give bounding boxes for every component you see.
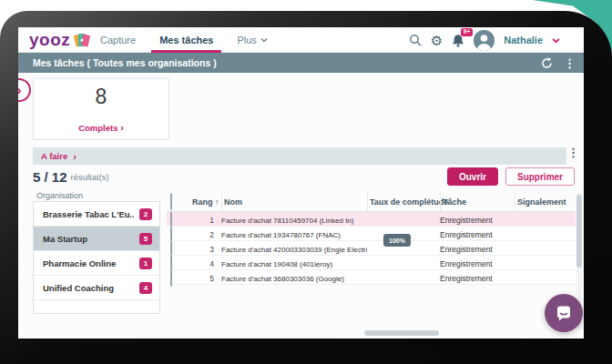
org-name: Pharmacie Online — [43, 258, 134, 268]
chevron-right-icon: › — [18, 83, 21, 97]
app-screen: yooz Capture Mes tâches Plus — [18, 27, 584, 339]
nav-item-capture[interactable]: Capture — [100, 27, 136, 53]
navbar-actions: ⚙ 9+ Nathalie — [409, 27, 560, 53]
results-label: résultat(s) — [71, 172, 109, 182]
user-chevron-down-icon[interactable] — [552, 37, 560, 44]
gear-icon[interactable]: ⚙ — [431, 34, 443, 47]
column-header-flag[interactable]: Signalement — [515, 193, 576, 211]
results-toolbar: 5 / 12 résultat(s) Ouvrir Supprimer — [33, 166, 575, 187]
section-header-a-faire[interactable]: A faire › — [33, 147, 566, 165]
row-task: Enregistrement — [440, 216, 515, 225]
completed-count: 8 — [96, 85, 107, 109]
logo-text: yooz — [29, 29, 70, 51]
avatar[interactable] — [474, 30, 495, 51]
sort-ascending-icon: ↑ — [215, 197, 219, 207]
main-nav: Capture Mes tâches Plus — [100, 27, 268, 53]
table-row[interactable]: 4 Facture d'achat 190408 (401leroy) Enre… — [167, 256, 576, 270]
horizontal-scrollbar-thumb[interactable] — [364, 330, 439, 336]
open-button[interactable]: Ouvrir — [447, 167, 498, 186]
search-icon[interactable] — [409, 34, 422, 46]
column-label: Rang — [192, 197, 213, 207]
org-item-pharmacie[interactable]: Pharmacie Online 1 — [34, 251, 159, 276]
user-name[interactable]: Nathalie — [504, 35, 543, 46]
column-label: Tâche — [443, 197, 466, 207]
page-title-bar: Mes tâches ( Toutes mes organisations ) … — [18, 53, 584, 73]
table-header: Rang ↑ Nom Taux de complétude Tâche Sign… — [167, 193, 576, 212]
org-count-badge: 5 — [139, 233, 152, 245]
nav-label: Capture — [100, 27, 136, 53]
row-name: Facture d'achat 1934780767 (FNAC) — [221, 231, 367, 239]
row-name: Facture d'achat 190408 (401leroy) — [221, 260, 367, 268]
nav-label: Plus — [237, 27, 256, 53]
org-item-brasserie[interactable]: Brasserie Tabac L'Eu... 2 — [34, 202, 159, 227]
chevron-right-icon: › — [73, 151, 76, 162]
org-name: Ma Startup — [43, 234, 134, 244]
row-rank: 4 — [190, 259, 221, 268]
column-label: Nom — [224, 197, 242, 207]
table-row[interactable]: 2 Facture d'achat 1934780767 (FNAC) Enre… — [167, 227, 576, 241]
results-count: 5 / 12 — [33, 169, 67, 185]
row-checkbox[interactable] — [170, 269, 172, 287]
org-name: Unified Coaching — [43, 283, 134, 293]
row-name: Facture d'achat 3680303036 (Google) — [221, 275, 367, 283]
panel-expander-button[interactable]: › — [18, 78, 31, 102]
tasks-table: Rang ↑ Nom Taux de complétude Tâche Sign… — [167, 193, 576, 285]
chevron-right-icon: › — [120, 122, 124, 133]
row-name: Facture d'achat 78110459704 (Linked In) — [221, 217, 367, 225]
column-header-task[interactable]: Tâche — [440, 193, 515, 211]
refresh-icon[interactable] — [541, 57, 553, 69]
row-task: Enregistrement — [440, 230, 515, 239]
row-task: Enregistrement — [440, 274, 515, 283]
table-row[interactable]: 1 Facture d'achat 78110459704 (Linked In… — [167, 212, 576, 227]
completed-link[interactable]: Complets › — [78, 122, 124, 133]
row-task: Enregistrement — [440, 245, 515, 254]
row-task: Enregistrement — [440, 259, 515, 268]
column-header-rank[interactable]: Rang ↑ — [190, 197, 221, 207]
vertical-scrollbar-thumb[interactable] — [576, 195, 582, 268]
row-name: Facture d'achat 420003303039 (Engie Elec… — [221, 246, 367, 254]
top-navbar: yooz Capture Mes tâches Plus — [18, 27, 584, 53]
delete-button[interactable]: Supprimer — [505, 167, 575, 186]
table-row[interactable]: 3 Facture d'achat 420003303039 (Engie El… — [167, 241, 576, 256]
table-row[interactable]: 5 Facture d'achat 3680303036 (Google) En… — [167, 270, 576, 285]
org-name: Brasserie Tabac L'Eu... — [43, 209, 134, 219]
chat-launcher-button[interactable] — [545, 294, 583, 332]
row-rank: 1 — [190, 216, 221, 225]
section-kebab-menu-icon[interactable]: ⋮ — [567, 147, 579, 158]
column-header-name[interactable]: Nom — [221, 193, 367, 211]
org-item-ma-startup[interactable]: Ma Startup 5 — [34, 227, 159, 251]
row-rank: 2 — [190, 230, 221, 239]
column-label: Signalement — [517, 197, 566, 207]
row-rank: 3 — [190, 245, 221, 254]
logo-cards-icon — [73, 31, 91, 49]
organisation-list: Brasserie Tabac L'Eu... 2 Ma Startup 5 P… — [33, 201, 160, 314]
column-header-completion[interactable]: Taux de complétude — [367, 193, 440, 211]
nav-label: Mes tâches — [159, 27, 213, 53]
completed-link-label: Complets — [78, 123, 117, 133]
yooz-logo[interactable]: yooz — [29, 29, 91, 51]
nav-item-mes-taches[interactable]: Mes tâches — [159, 27, 213, 53]
org-item-unified[interactable]: Unified Coaching 4 — [34, 276, 159, 300]
page-title: Mes tâches ( Toutes mes organisations ) — [33, 53, 217, 73]
org-count-badge: 2 — [139, 208, 152, 220]
completion-tooltip: 100% — [383, 234, 411, 247]
row-rank: 5 — [190, 274, 221, 283]
chevron-down-icon — [260, 37, 268, 43]
completed-summary-card: 8 Complets › — [33, 78, 169, 140]
org-count-badge: 1 — [139, 258, 152, 269]
section-title: A faire — [41, 151, 67, 161]
chat-bubble-icon — [555, 304, 573, 322]
select-all-checkbox[interactable] — [170, 193, 172, 210]
org-count-badge: 4 — [139, 282, 152, 294]
column-label: Taux de complétude — [370, 197, 448, 207]
notification-badge: 9+ — [461, 28, 473, 37]
titlebar-kebab-menu-icon[interactable]: ⋮ — [564, 57, 576, 69]
nav-item-plus[interactable]: Plus — [237, 27, 267, 53]
organisation-header: Organisation — [36, 191, 83, 200]
notifications-bell[interactable]: 9+ — [452, 34, 464, 47]
